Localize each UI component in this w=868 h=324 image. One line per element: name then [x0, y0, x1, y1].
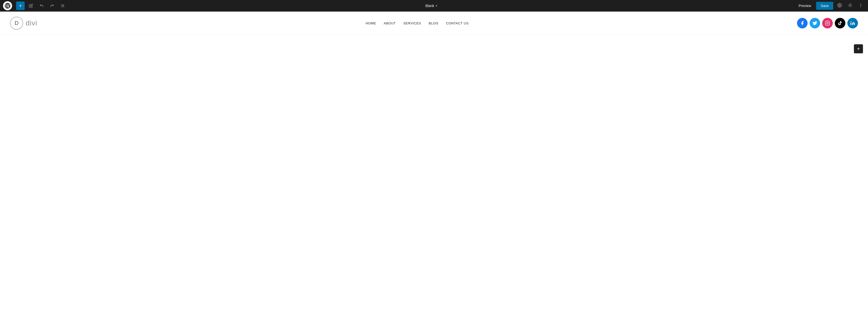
undo-button[interactable] [37, 1, 46, 10]
canvas-content [0, 35, 868, 186]
page-title-area[interactable]: Blank ▾ [426, 4, 437, 8]
svg-line-8 [848, 4, 849, 4]
nav-item-services[interactable]: SERVICES [403, 21, 421, 25]
logo-circle: D [10, 17, 23, 30]
add-block-button[interactable]: + [16, 1, 25, 10]
svg-point-20 [850, 21, 851, 22]
page-title-text: Blank [426, 4, 434, 8]
svg-rect-17 [826, 21, 830, 25]
wordpress-logo [3, 1, 12, 10]
canvas: D divi HOME ABOUT SERVICES BLOG CONTACT … [0, 11, 868, 324]
instagram-icon[interactable] [822, 18, 833, 28]
edit-tool-button[interactable] [27, 1, 35, 10]
page-title-chevron: ▾ [436, 4, 437, 7]
svg-point-15 [861, 5, 861, 5]
preview-button[interactable]: Preview [796, 2, 814, 9]
nav-item-about[interactable]: ABOUT [384, 21, 396, 25]
twitter-icon[interactable] [810, 18, 820, 28]
tiktok-icon[interactable] [835, 18, 845, 28]
svg-rect-19 [850, 23, 851, 25]
admin-right-controls: Preview Save [796, 2, 865, 10]
svg-point-16 [861, 6, 861, 7]
site-header: D divi HOME ABOUT SERVICES BLOG CONTACT … [0, 11, 868, 35]
redo-button[interactable] [48, 1, 56, 10]
add-section-icon: + [857, 46, 860, 52]
svg-point-4 [839, 4, 840, 6]
more-options-button[interactable] [857, 2, 865, 10]
logo-text: divi [26, 19, 37, 27]
nav-item-blog[interactable]: BLOG [429, 21, 438, 25]
site-navigation: HOME ABOUT SERVICES BLOG CONTACT US [366, 21, 469, 25]
nav-item-home[interactable]: HOME [366, 21, 376, 25]
menu-button[interactable] [58, 1, 67, 10]
admin-bar: + Blank ▾ Preview Save [0, 0, 868, 11]
display-mode-button[interactable] [846, 2, 855, 10]
add-section-button[interactable]: + [854, 44, 863, 53]
svg-point-14 [861, 4, 861, 4]
facebook-icon[interactable] [797, 18, 808, 28]
site-logo[interactable]: D divi [10, 17, 37, 30]
nav-item-contact[interactable]: CONTACT US [446, 21, 469, 25]
settings-button[interactable] [835, 2, 844, 10]
save-button[interactable]: Save [816, 2, 833, 10]
linkedin-icon[interactable] [847, 18, 858, 28]
logo-letter: D [14, 20, 19, 26]
svg-point-5 [849, 4, 851, 6]
social-icons-group [797, 18, 858, 28]
